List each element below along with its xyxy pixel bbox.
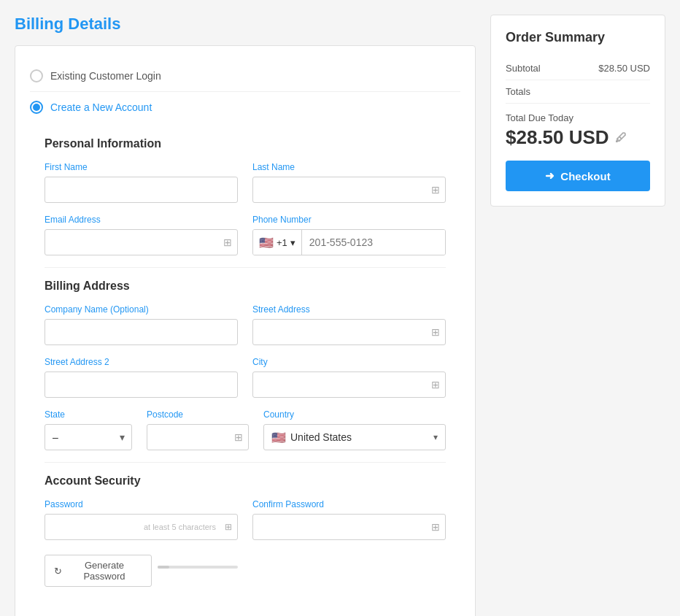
phone-dropdown-icon: ▾ bbox=[290, 237, 295, 248]
billing-address-section: Billing Address Company Name (Optional) … bbox=[45, 267, 446, 450]
phone-flag: 🇺🇸 bbox=[259, 236, 274, 250]
password-input-wrap: at least 5 characters ⊞ bbox=[45, 514, 238, 540]
confirm-password-input-wrap: ⊞ bbox=[252, 514, 446, 540]
existing-customer-label: Existing Customer Login bbox=[50, 70, 161, 82]
street-address-2-group: Street Address 2 bbox=[45, 357, 238, 398]
checkout-button[interactable]: ➜ Checkout bbox=[506, 161, 650, 191]
country-label: Country bbox=[263, 409, 446, 420]
password-label: Password bbox=[45, 499, 238, 509]
city-input-wrap: ⊞ bbox=[252, 371, 446, 398]
street-address-group: Street Address ⊞ bbox=[252, 304, 446, 345]
company-group: Company Name (Optional) bbox=[45, 304, 238, 345]
company-street-row: Company Name (Optional) Street Address ⊞ bbox=[45, 304, 446, 345]
billing-address-title: Billing Address bbox=[45, 280, 446, 293]
total-amount: $28.50 USD 🖊 bbox=[506, 126, 650, 149]
account-security-title: Account Security bbox=[45, 474, 446, 488]
existing-customer-radio[interactable] bbox=[30, 69, 43, 82]
totals-label: Totals bbox=[506, 86, 530, 97]
country-group: Country 🇺🇸 United States ▾ bbox=[263, 409, 446, 450]
street-address-2-label: Street Address 2 bbox=[45, 357, 238, 367]
generate-label: Generate Password bbox=[66, 560, 142, 582]
password-strength-fill bbox=[158, 566, 170, 569]
email-icon: ⊞ bbox=[223, 236, 232, 248]
billing-details-card: Existing Customer Login Create a New Acc… bbox=[15, 45, 476, 616]
phone-input-group: 🇺🇸 +1 ▾ bbox=[252, 229, 446, 255]
phone-country-code: +1 bbox=[277, 237, 287, 248]
new-account-option[interactable]: Create a New Account bbox=[30, 91, 460, 123]
confirm-password-group: Confirm Password ⊞ bbox=[252, 499, 446, 587]
order-summary-sidebar: Order Summary Subtotal $28.50 USD Totals… bbox=[490, 15, 665, 616]
password-row: Password at least 5 characters ⊞ ↻ Gener… bbox=[45, 499, 446, 587]
postcode-input-wrap: ⊞ bbox=[147, 424, 249, 450]
total-amount-value: $28.50 USD bbox=[506, 126, 609, 149]
contact-row: Email Address ⊞ Phone Number 🇺🇸 +1 bbox=[45, 215, 446, 255]
state-group: State – bbox=[45, 409, 132, 450]
first-name-group: First Name bbox=[45, 162, 238, 203]
generate-icon: ↻ bbox=[54, 566, 62, 577]
city-input[interactable] bbox=[252, 371, 446, 398]
country-flag: 🇺🇸 bbox=[271, 431, 286, 444]
street2-city-row: Street Address 2 City ⊞ bbox=[45, 357, 446, 398]
street-address-label: Street Address bbox=[252, 304, 446, 315]
confirm-password-icon: ⊞ bbox=[431, 521, 440, 533]
city-group: City ⊞ bbox=[252, 357, 446, 398]
country-name: United States bbox=[290, 431, 433, 443]
existing-customer-option[interactable]: Existing Customer Login bbox=[30, 61, 460, 91]
new-account-label: Create a New Account bbox=[50, 101, 152, 113]
state-select-wrapper: – bbox=[45, 424, 132, 450]
last-name-input-wrap: ⊞ bbox=[252, 177, 446, 203]
company-label: Company Name (Optional) bbox=[45, 304, 238, 315]
checkout-label: Checkout bbox=[560, 170, 610, 182]
subtotal-label: Subtotal bbox=[506, 63, 541, 74]
first-name-input[interactable] bbox=[45, 177, 238, 203]
new-account-radio[interactable] bbox=[30, 101, 43, 114]
order-summary-title: Order Summary bbox=[506, 30, 650, 45]
personal-info-title: Personal Information bbox=[45, 137, 446, 150]
personal-info-section: Personal Information First Name Last Nam… bbox=[30, 123, 460, 613]
phone-country-selector[interactable]: 🇺🇸 +1 ▾ bbox=[253, 230, 302, 255]
confirm-password-input[interactable] bbox=[252, 514, 446, 540]
last-name-icon: ⊞ bbox=[431, 184, 440, 196]
subtotal-value: $28.50 USD bbox=[598, 63, 650, 74]
phone-group: Phone Number 🇺🇸 +1 ▾ bbox=[252, 215, 446, 255]
street-address-input[interactable] bbox=[252, 319, 446, 345]
postcode-input[interactable] bbox=[147, 424, 249, 450]
email-input[interactable] bbox=[45, 229, 238, 255]
last-name-input[interactable] bbox=[252, 177, 446, 203]
account-security-section: Account Security Password at least 5 cha… bbox=[45, 462, 446, 587]
state-postcode-country-row: State – Postcode ⊞ bbox=[45, 409, 446, 450]
street-address-icon: ⊞ bbox=[431, 326, 440, 338]
postcode-group: Postcode ⊞ bbox=[147, 409, 249, 450]
subtotal-row: Subtotal $28.50 USD bbox=[506, 57, 650, 80]
first-name-label: First Name bbox=[45, 162, 238, 172]
totals-row: Totals bbox=[506, 80, 650, 104]
email-input-wrap: ⊞ bbox=[45, 229, 238, 255]
state-select[interactable]: – bbox=[45, 424, 132, 450]
country-selector[interactable]: 🇺🇸 United States ▾ bbox=[263, 424, 446, 450]
password-strength-bar bbox=[158, 566, 238, 569]
city-label: City bbox=[252, 357, 446, 367]
password-hint: at least 5 characters bbox=[144, 523, 216, 531]
first-name-input-wrap bbox=[45, 177, 238, 203]
password-group: Password at least 5 characters ⊞ ↻ Gener… bbox=[45, 499, 238, 587]
city-icon: ⊞ bbox=[431, 379, 440, 390]
total-due-label: Total Due Today bbox=[506, 112, 650, 123]
last-name-group: Last Name ⊞ bbox=[252, 162, 446, 203]
state-label: State bbox=[45, 409, 132, 420]
password-toggle-icon[interactable]: ⊞ bbox=[225, 522, 232, 532]
phone-input[interactable] bbox=[302, 230, 445, 255]
name-row: First Name Last Name ⊞ bbox=[45, 162, 446, 203]
last-name-label: Last Name bbox=[252, 162, 446, 172]
postcode-icon: ⊞ bbox=[234, 431, 243, 443]
country-chevron-icon: ▾ bbox=[433, 432, 438, 442]
postcode-label: Postcode bbox=[147, 409, 249, 420]
company-input[interactable] bbox=[45, 319, 238, 345]
email-group: Email Address ⊞ bbox=[45, 215, 238, 255]
confirm-password-label: Confirm Password bbox=[252, 499, 446, 509]
street-address-2-input[interactable] bbox=[45, 371, 238, 398]
page-title: Billing Details bbox=[15, 15, 476, 34]
generate-password-button[interactable]: ↻ Generate Password bbox=[45, 555, 152, 587]
order-summary-card: Order Summary Subtotal $28.50 USD Totals… bbox=[490, 15, 665, 207]
email-label: Email Address bbox=[45, 215, 238, 225]
info-icon: 🖊 bbox=[615, 131, 627, 145]
